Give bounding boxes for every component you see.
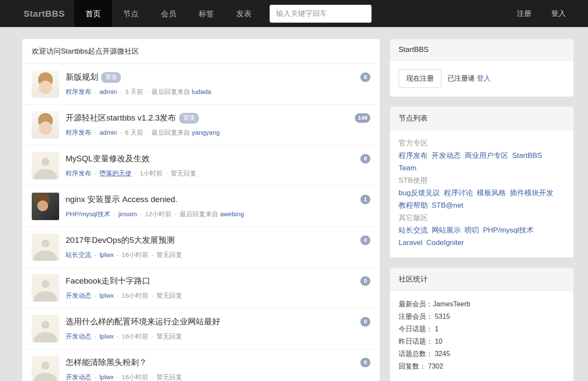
last-reply-label: 最后回复来自 [151, 88, 192, 95]
topic-content: Facebook走到十字路口开发动态·lplwx·16小时前·暂无回复 [66, 274, 355, 300]
topic-title[interactable]: MySQL变量修改及生效 [66, 153, 150, 164]
node-list-title: 节点列表 [390, 107, 573, 130]
topic-author-link[interactable]: admin [99, 88, 117, 95]
node-link[interactable]: 网站展示 [432, 226, 461, 234]
nav-tab-标签[interactable]: 标签 [187, 0, 225, 27]
nav-tab-首页[interactable]: 首页 [74, 0, 112, 27]
topic-row: nginx 安装显示 Access denied.PHP/mysql技术·jin… [22, 186, 380, 227]
meta-separator: · [117, 251, 119, 258]
node-link[interactable]: 商业用户专区 [465, 151, 508, 160]
reply-count-badge: 0 [360, 236, 370, 245]
meta-separator: · [117, 292, 119, 299]
topic-node-link[interactable]: 程序发布 [66, 129, 91, 136]
topic-author-link[interactable]: lplwx [99, 333, 114, 340]
node-link[interactable]: 模板风格 [477, 189, 506, 197]
topic-node-link[interactable]: 程序发布 [66, 169, 91, 177]
nav-tab-会员[interactable]: 会员 [150, 0, 187, 27]
topic-row: 2017年DevOps的5大发展预测站长交流·lplwx·16小时前·暂无回复0 [22, 227, 380, 268]
topic-title[interactable]: 2017年DevOps的5大发展预测 [66, 235, 174, 246]
topic-title[interactable]: 怎样能清除黑头粉刺？ [66, 357, 147, 368]
topic-title[interactable]: 新版规划 [66, 72, 98, 83]
user-avatar[interactable] [32, 111, 59, 139]
node-link[interactable]: bug反馈见议 [399, 189, 440, 197]
topic-content: 开源轻社区startbbs v1.2.3发布置顶程序发布·admin·6 天前·… [66, 111, 350, 137]
node-link[interactable]: STB@net [432, 201, 463, 209]
user-avatar[interactable] [32, 233, 59, 261]
topic-time: 1小时前 [140, 169, 162, 177]
register-link[interactable]: 注册 [517, 9, 531, 18]
topic-title[interactable]: Facebook走到十字路口 [66, 275, 150, 287]
search-input[interactable] [270, 5, 372, 23]
topic-row: 开源轻社区startbbs v1.2.3发布置顶程序发布·admin·6 天前·… [22, 105, 380, 145]
topic-title[interactable]: nginx 安装显示 Access denied. [66, 194, 177, 205]
node-link[interactable]: CodeIgniter [426, 239, 464, 247]
topic-meta: 站长交流·lplwx·16小时前·暂无回复 [66, 251, 355, 259]
topic-content: 怎样能清除黑头粉刺？开发动态·lplwx·16小时前·暂无回复 [66, 356, 355, 381]
welcome-header: 欢迎访问Startbbs起点开源微社区 [22, 39, 380, 64]
top-nav: StartBBS 首页节点会员标签发表 注册 登入 [0, 0, 588, 27]
node-link[interactable]: 插件模块开发 [510, 189, 553, 197]
topic-title-line: 怎样能清除黑头粉刺？ [66, 357, 355, 368]
node-link[interactable]: 程序发布 [399, 151, 428, 160]
topic-node-link[interactable]: 开发动态 [66, 292, 91, 299]
node-link[interactable]: 程序讨论 [444, 189, 473, 197]
user-avatar[interactable] [32, 193, 59, 220]
stat-line: 昨日话题： 10 [399, 335, 565, 348]
topic-author-link[interactable]: admin [99, 129, 117, 136]
node-link[interactable]: 站长交流 [399, 226, 428, 234]
topic-title[interactable]: 选用什么样的配置环境来运行企业网站最好 [66, 316, 220, 327]
topic-author-link[interactable]: jinsom [118, 210, 137, 218]
topic-author-link[interactable]: lplwx [99, 373, 114, 381]
topic-author-link[interactable]: lplwx [99, 251, 114, 258]
topic-author-link[interactable]: lplwx [99, 292, 114, 299]
user-avatar[interactable] [32, 315, 59, 342]
node-list-card: 节点列表 官方专区程序发布开发动态商业用户专区StartBBS TeamSTB使… [390, 107, 573, 257]
last-reply-user-link[interactable]: ludada [192, 88, 211, 95]
topic-time: 6 天前 [125, 129, 144, 136]
node-link[interactable]: 开发动态 [432, 151, 461, 160]
sidebar-login-link[interactable]: 登入 [477, 75, 490, 82]
topic-node-link[interactable]: 程序发布 [66, 88, 91, 95]
last-reply-user-link[interactable]: awebing [220, 210, 244, 218]
meta-separator: · [135, 169, 137, 177]
topic-node-link[interactable]: 站长交流 [66, 251, 91, 258]
nav-tab-发表[interactable]: 发表 [225, 0, 263, 27]
last-reply-label: 最后回复来自 [151, 129, 192, 136]
meta-separator: · [151, 292, 153, 299]
user-avatar[interactable] [32, 356, 59, 381]
last-reply-user-link[interactable]: yangyang [192, 129, 220, 136]
topic-author-link[interactable]: 堕落的天使 [99, 169, 132, 177]
topic-node-link[interactable]: 开发动态 [66, 373, 91, 381]
node-list-body: 官方专区程序发布开发动态商业用户专区StartBBS TeamSTB使用bug反… [390, 130, 573, 257]
meta-separator: · [113, 210, 115, 218]
topic-node-link[interactable]: PHP/mysql技术 [66, 210, 110, 218]
topic-content: nginx 安装显示 Access denied.PHP/mysql技术·jin… [66, 193, 355, 218]
user-avatar[interactable] [32, 152, 59, 179]
register-now-button[interactable]: 现在注册 [399, 70, 441, 88]
topic-row: 新版规划置顶程序发布·admin·3 天前·最后回复来自 ludada8 [22, 64, 380, 105]
topic-node-link[interactable]: 开发动态 [66, 333, 91, 340]
topic-meta: 程序发布·admin·3 天前·最后回复来自 ludada [66, 88, 355, 96]
node-link[interactable]: PHP/mysql技术 [483, 226, 534, 234]
topic-title[interactable]: 开源轻社区startbbs v1.2.3发布 [66, 112, 176, 124]
topic-row: 怎样能清除黑头粉刺？开发动态·lplwx·16小时前·暂无回复0 [22, 349, 380, 381]
login-link[interactable]: 登入 [551, 9, 566, 18]
topic-row: MySQL变量修改及生效程序发布·堕落的天使·1小时前·暂无回复0 [22, 145, 380, 186]
node-link[interactable]: Laravel [399, 239, 423, 247]
about-card-title: StartBBS [390, 39, 573, 61]
pinned-badge: 置顶 [179, 113, 199, 124]
reply-count-badge: 0 [360, 154, 370, 163]
brand-logo[interactable]: StartBBS [24, 9, 65, 19]
node-links-group: 站长交流网站展示唠叨PHP/mysql技术LaravelCodeIgniter [399, 224, 559, 249]
stats-title: 社区统计 [390, 268, 573, 291]
nav-tab-节点[interactable]: 节点 [112, 0, 150, 27]
node-link[interactable]: 唠叨 [465, 226, 479, 234]
user-avatar[interactable] [32, 274, 59, 302]
meta-separator: · [146, 129, 148, 136]
topic-title-line: 开源轻社区startbbs v1.2.3发布置顶 [66, 112, 350, 124]
topic-list-card: 欢迎访问Startbbs起点开源微社区 新版规划置顶程序发布·admin·3 天… [22, 39, 380, 381]
user-avatar[interactable] [32, 70, 59, 98]
node-link[interactable]: 教程帮助 [399, 201, 428, 209]
topic-meta: 开发动态·lplwx·16小时前·暂无回复 [66, 373, 355, 381]
stat-line: 最新会员：JamesTeerb [399, 298, 565, 310]
